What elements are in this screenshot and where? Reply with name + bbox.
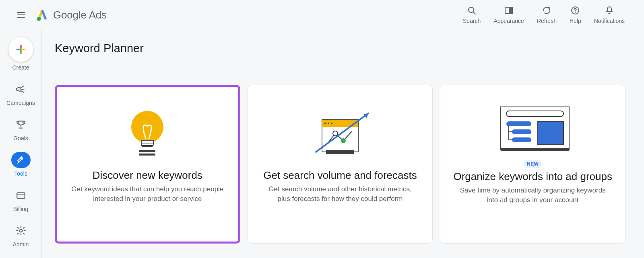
app-header: Google Ads Search Appearance Refresh Hel… [0,0,644,30]
new-badge: NEW [524,160,541,168]
organize-illustration [489,102,577,153]
svg-rect-32 [512,129,531,134]
svg-rect-30 [506,111,564,117]
card-organize-badge-wrap: NEW [524,160,541,169]
brand-ads: Ads [89,9,107,21]
nav-goals-label: Goals [13,135,28,141]
svg-line-2 [473,12,476,14]
card-forecasts-title: Get search volume and forecasts [263,169,417,182]
lightbulb-illustration [127,109,167,159]
card-discover-keywords[interactable]: Discover new keywords Get keyword ideas … [55,85,240,244]
forecast-illustration [304,109,376,159]
header-search-button[interactable]: Search [463,6,481,24]
card-row: Discover new keywords Get keyword ideas … [55,85,625,244]
chart-arrow-icon [304,107,376,159]
svg-rect-33 [512,137,531,142]
left-nav: Create Campaigns Goals Tools Billing [0,30,42,258]
card-forecasts-desc: Get search volume and other historical m… [264,184,417,204]
plus-icon [16,44,26,55]
header-notifications-button[interactable]: Notifications [594,6,625,24]
hamburger-icon [16,10,26,20]
product-name: Google Ads [53,9,107,21]
header-search-label: Search [463,18,481,24]
card-discover-desc: Get keyword ideas that can help you reac… [71,184,224,204]
card-organize-desc: Save time by automatically organizing ke… [456,186,609,205]
appearance-icon [504,6,514,15]
svg-point-25 [333,131,338,136]
svg-point-26 [341,138,346,143]
header-help-label: Help [570,18,581,24]
tools-icon [16,155,26,165]
page-title: Keyword Planner [55,42,625,55]
header-actions: Search Appearance Refresh Help Notificat… [463,6,639,24]
svg-rect-31 [506,121,531,126]
search-icon [467,6,477,15]
nav-admin[interactable]: Admin [11,223,31,248]
trophy-icon [16,119,26,130]
adgroups-icon [489,100,577,153]
card-search-volume-forecasts[interactable]: Get search volume and forecasts Get sear… [248,85,433,244]
refresh-icon [542,6,551,15]
gear-icon [16,225,26,236]
svg-rect-4 [509,7,512,14]
nav-create-label: Create [12,64,29,71]
nav-campaigns-label: Campaigns [6,100,35,106]
svg-point-6 [575,12,576,13]
header-refresh-button[interactable]: Refresh [537,6,557,24]
svg-point-21 [324,123,326,124]
nav-goals[interactable]: Goals [11,117,31,141]
help-icon [570,6,580,15]
svg-rect-11 [17,193,25,199]
card-organize-keywords[interactable]: NEW Organize keywords into ad groups Sav… [440,85,625,244]
main-content: Keyword Planner Discover new keywords [42,30,644,258]
main-menu-button[interactable] [12,6,30,24]
nav-create[interactable]: Create [8,37,33,71]
card-discover-title: Discover new keywords [93,169,202,182]
svg-rect-18 [139,154,155,156]
credit-card-icon [16,190,26,201]
nav-tools[interactable]: Tools [11,152,31,177]
nav-tools-label: Tools [14,170,27,177]
card-organize-title: Organize keywords into ad groups [453,170,612,183]
lightbulb-icon [127,107,167,159]
megaphone-icon [15,84,26,94]
nav-admin-label: Admin [13,241,29,248]
header-help-button[interactable]: Help [570,6,581,24]
google-ads-logo-icon [35,8,49,22]
svg-point-13 [19,229,22,232]
svg-rect-17 [139,150,155,152]
nav-campaigns[interactable]: Campaigns [6,81,35,106]
nav-billing[interactable]: Billing [11,187,31,212]
product-logo[interactable]: Google Ads [35,8,107,22]
header-notifications-label: Notifications [594,18,625,24]
app-body: Create Campaigns Goals Tools Billing [0,30,644,258]
svg-rect-34 [538,121,564,145]
bell-icon [605,6,614,15]
brand-google: Google [53,9,87,21]
svg-rect-20 [322,120,358,127]
svg-point-23 [331,123,332,124]
create-fab[interactable] [8,37,33,62]
nav-billing-label: Billing [13,206,28,212]
svg-point-22 [328,123,329,124]
header-appearance-button[interactable]: Appearance [493,6,524,24]
svg-rect-24 [326,150,354,154]
header-appearance-label: Appearance [493,18,524,24]
header-refresh-label: Refresh [537,18,557,24]
svg-point-0 [37,17,41,21]
